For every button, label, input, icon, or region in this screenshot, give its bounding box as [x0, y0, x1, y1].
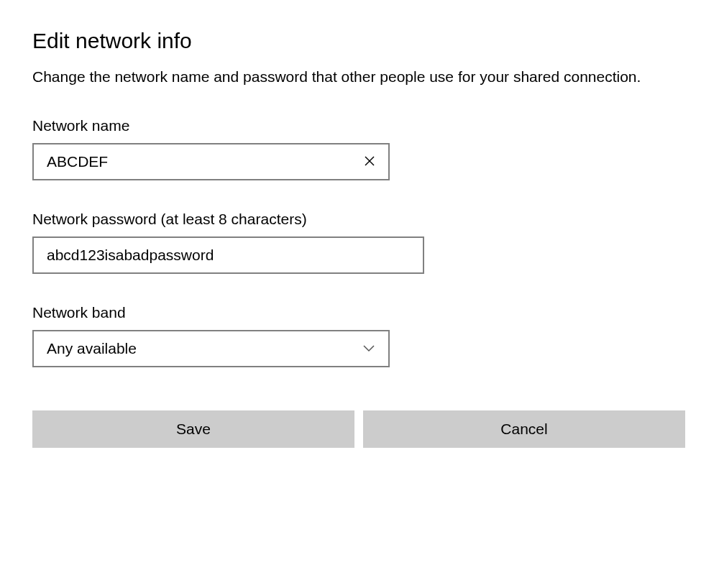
network-name-input[interactable]	[34, 144, 388, 179]
cancel-button[interactable]: Cancel	[363, 410, 685, 448]
network-password-label: Network password (at least 8 characters)	[32, 211, 687, 228]
network-name-input-wrapper	[32, 143, 390, 180]
close-icon	[365, 155, 375, 170]
network-password-input[interactable]	[32, 236, 424, 274]
network-password-field: Network password (at least 8 characters)	[32, 211, 687, 274]
network-band-select[interactable]: Any available	[32, 330, 390, 367]
clear-network-name-button[interactable]	[351, 144, 388, 179]
dialog-title: Edit network info	[32, 29, 687, 53]
network-name-label: Network name	[32, 117, 687, 134]
dialog-description: Change the network name and password tha…	[32, 66, 679, 87]
save-button[interactable]: Save	[32, 410, 354, 448]
chevron-down-icon	[362, 342, 375, 355]
network-name-field: Network name	[32, 117, 687, 180]
network-band-value: Any available	[47, 340, 362, 357]
button-row: Save Cancel	[32, 410, 687, 448]
network-band-field: Network band Any available	[32, 304, 687, 367]
network-band-label: Network band	[32, 304, 687, 321]
